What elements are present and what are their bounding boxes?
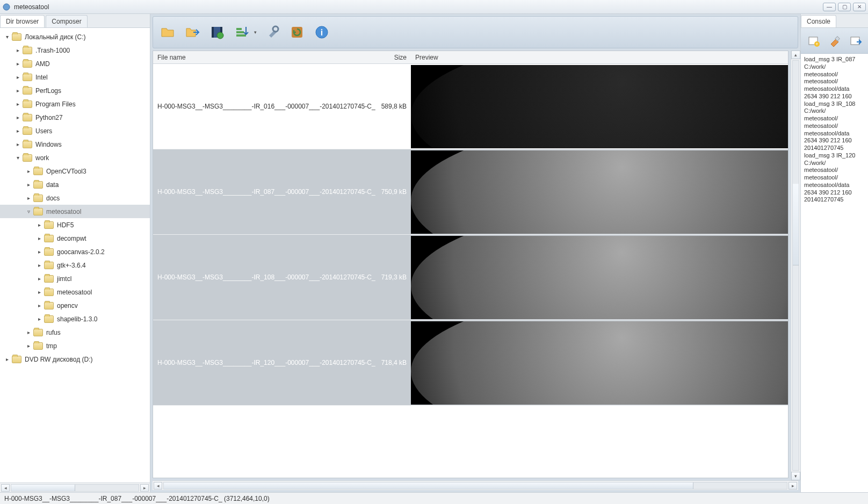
scroll-down-button[interactable]: ▾ — [791, 472, 800, 480]
expander-icon[interactable]: ▸ — [14, 100, 21, 108]
tree-item[interactable]: ▸tmp — [0, 339, 150, 352]
tree-item[interactable]: ▸gtk+-3.6.4 — [0, 258, 150, 272]
tab-composer[interactable]: Composer — [46, 15, 87, 27]
folder-icon — [23, 114, 32, 121]
tree-item[interactable]: ▸docs — [0, 191, 150, 205]
expander-icon[interactable]: ▾ — [3, 33, 11, 41]
tree-item[interactable]: ▸Program Files — [0, 97, 150, 111]
tab-console[interactable]: Console — [801, 15, 836, 27]
console-clear-button[interactable] — [827, 33, 843, 49]
tree-item[interactable]: ▸Python27 — [0, 111, 150, 124]
sort-button[interactable] — [233, 23, 251, 41]
maximize-button[interactable]: ▢ — [838, 3, 851, 11]
expander-icon[interactable]: ▸ — [25, 168, 32, 175]
file-row[interactable]: H-000-MSG3__-MSG3________-IR_108___-0000… — [153, 235, 788, 320]
vscroll-thumb[interactable] — [793, 184, 799, 265]
tree-item[interactable]: ▸OpenCVTool3 — [0, 164, 150, 178]
tree-label: meteosatool — [57, 289, 92, 296]
sort-dropdown-icon[interactable]: ▾ — [254, 30, 257, 35]
scroll-track[interactable] — [11, 484, 139, 492]
expander-icon[interactable]: ▸ — [35, 302, 43, 309]
tab-dir-browser[interactable]: Dir browser — [0, 15, 45, 27]
expander-icon[interactable]: ▾ — [14, 154, 21, 162]
tree-label: Users — [35, 127, 52, 135]
scroll-left-button[interactable]: ◂ — [1, 484, 10, 492]
expander-icon[interactable]: ▸ — [35, 235, 43, 242]
col-preview[interactable]: Preview — [411, 54, 788, 61]
scroll-right-button[interactable]: ▸ — [140, 484, 149, 492]
tree-item[interactable]: ▾Локальный диск (C:) — [0, 30, 150, 44]
folder-icon — [23, 74, 32, 81]
tree-item[interactable]: ▸AMD — [0, 57, 150, 70]
expander-icon[interactable]: ▸ — [14, 47, 21, 54]
minimize-button[interactable]: — — [823, 3, 836, 11]
tree-item[interactable]: ▸HDF5 — [0, 218, 150, 232]
svg-text:i: i — [321, 28, 323, 37]
file-row[interactable]: H-000-MSG3__-MSG3________-IR_087___-0000… — [153, 149, 788, 235]
expander-icon[interactable]: ▸ — [25, 195, 32, 202]
tree-item[interactable]: ▸Windows — [0, 138, 150, 151]
left-hscroll[interactable]: ◂ ▸ — [0, 483, 150, 492]
file-list[interactable]: H-000-MSG3__-MSG3________-IR_016___-0000… — [153, 64, 788, 478]
file-row[interactable]: H-000-MSG3__-MSG3________-IR_016___-0000… — [153, 64, 788, 149]
expander-icon[interactable]: ▸ — [35, 315, 43, 323]
col-size[interactable]: Size — [379, 54, 411, 61]
center-hscroll[interactable]: ◂ ▸ — [153, 480, 798, 490]
scroll-track[interactable] — [163, 482, 787, 489]
expander-icon[interactable]: ▸ — [35, 275, 43, 283]
expander-icon[interactable]: ▸ — [35, 221, 43, 229]
tree-item[interactable]: ▾work — [0, 151, 150, 164]
tree-item[interactable]: ▸opencv — [0, 299, 150, 312]
expander-icon[interactable]: ▸ — [14, 141, 21, 148]
vscroll-track[interactable] — [792, 60, 799, 471]
scroll-right-button[interactable]: ▸ — [789, 482, 797, 489]
expander-icon[interactable]: ▸ — [25, 342, 32, 350]
tree-item[interactable]: ▸jimtcl — [0, 272, 150, 285]
expander-icon[interactable]: ▸ — [14, 127, 21, 135]
tree-item[interactable]: ▸Users — [0, 124, 150, 138]
scroll-left-button[interactable]: ◂ — [154, 482, 162, 489]
console-output: load_msg 3 IR_087 C:/work/ meteosatool/ … — [801, 54, 868, 492]
expander-icon[interactable]: ▸ — [14, 114, 21, 121]
folder-icon — [12, 33, 21, 41]
open-folder-button[interactable] — [158, 23, 177, 41]
expander-icon[interactable]: ▸ — [25, 181, 32, 189]
tree-item[interactable]: ▸shapelib-1.3.0 — [0, 312, 150, 326]
folder-action-button[interactable] — [183, 23, 201, 41]
folder-tree[interactable]: ▾Локальный диск (C:)▸.Trash-1000▸AMD▸Int… — [0, 28, 150, 483]
scroll-up-button[interactable]: ▴ — [791, 51, 800, 59]
expander-icon[interactable]: ▿ — [25, 208, 32, 215]
expander-icon[interactable]: ▸ — [25, 329, 32, 336]
close-button[interactable]: ✕ — [853, 3, 866, 11]
expander-icon[interactable]: ▸ — [35, 262, 43, 269]
folder-icon — [23, 141, 32, 148]
expander-icon[interactable]: ▸ — [14, 87, 21, 95]
file-row[interactable]: H-000-MSG3__-MSG3________-IR_120___-0000… — [153, 320, 788, 406]
tree-item[interactable]: ▸PerfLogs — [0, 84, 150, 97]
expander-icon[interactable]: ▸ — [14, 74, 21, 81]
expander-icon[interactable]: ▸ — [3, 356, 11, 363]
col-filename[interactable]: File name — [153, 54, 379, 61]
tree-item[interactable]: ▿meteosatool — [0, 205, 150, 218]
tree-item[interactable]: ▸decompwt — [0, 232, 150, 245]
recycle-button[interactable] — [288, 23, 306, 41]
info-button[interactable]: i — [313, 23, 331, 41]
scroll-thumb[interactable] — [11, 485, 75, 491]
tree-item[interactable]: ▸goocanvas-2.0.2 — [0, 245, 150, 258]
expander-icon[interactable]: ▸ — [35, 248, 43, 256]
scroll-thumb[interactable] — [164, 483, 693, 489]
expander-icon[interactable]: ▸ — [35, 289, 43, 296]
tree-item[interactable]: ▸DVD RW дисковод (D:) — [0, 352, 150, 366]
console-new-button[interactable]: + — [806, 33, 822, 49]
tree-item[interactable]: ▸Intel — [0, 70, 150, 84]
tree-item[interactable]: ▸rufus — [0, 326, 150, 339]
film-button[interactable] — [208, 23, 226, 41]
center-vscroll[interactable]: ▴ ▾ — [791, 51, 800, 480]
console-run-button[interactable] — [848, 33, 864, 49]
tree-item[interactable]: ▸meteosatool — [0, 285, 150, 299]
tree-item[interactable]: ▸data — [0, 178, 150, 191]
tree-label: docs — [46, 195, 60, 202]
tools-button[interactable] — [263, 23, 281, 41]
expander-icon[interactable]: ▸ — [14, 60, 21, 68]
tree-item[interactable]: ▸.Trash-1000 — [0, 44, 150, 57]
